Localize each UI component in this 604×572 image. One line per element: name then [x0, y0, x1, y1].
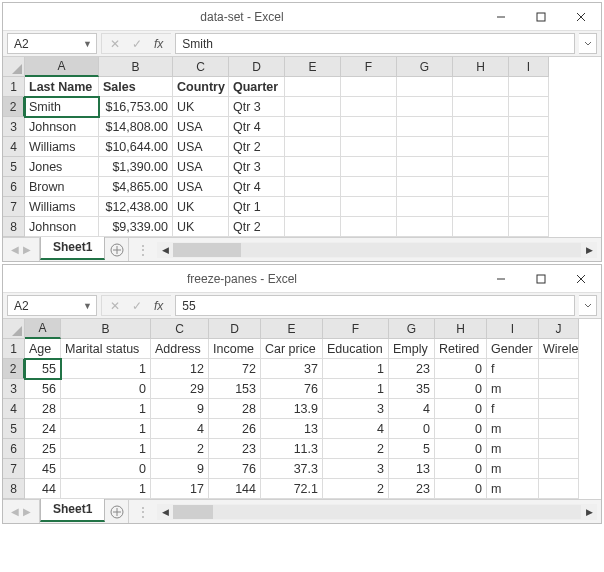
cell[interactable]: 37.3	[261, 459, 323, 479]
cell[interactable]	[397, 117, 453, 137]
cell[interactable]: 0	[435, 479, 487, 499]
minimize-button[interactable]	[481, 265, 521, 292]
cell[interactable]	[397, 137, 453, 157]
cell[interactable]: Gender	[487, 339, 539, 359]
cell[interactable]: Address	[151, 339, 209, 359]
cell[interactable]: UK	[173, 197, 229, 217]
tab-prev-icon[interactable]: ◀	[11, 244, 19, 255]
cell[interactable]: m	[487, 379, 539, 399]
cell[interactable]: 0	[435, 459, 487, 479]
cell[interactable]: 17	[151, 479, 209, 499]
cell[interactable]: 44	[25, 479, 61, 499]
cell[interactable]	[509, 137, 549, 157]
cell-selected[interactable]: 55	[25, 359, 61, 379]
cell[interactable]	[285, 77, 341, 97]
cell[interactable]	[285, 117, 341, 137]
cell[interactable]: 0	[389, 419, 435, 439]
scroll-thumb[interactable]	[173, 243, 241, 257]
cell[interactable]	[397, 217, 453, 237]
row-header[interactable]: 2	[3, 359, 25, 379]
cell[interactable]: 12	[151, 359, 209, 379]
cell[interactable]: Income	[209, 339, 261, 359]
cell[interactable]: 72.1	[261, 479, 323, 499]
cell[interactable]	[509, 217, 549, 237]
tab-next-icon[interactable]: ▶	[23, 244, 31, 255]
cell[interactable]: $4,865.00	[99, 177, 173, 197]
cell[interactable]: 9	[151, 399, 209, 419]
row-header[interactable]: 5	[3, 157, 25, 177]
row-header[interactable]: 2	[3, 97, 25, 117]
maximize-button[interactable]	[521, 265, 561, 292]
formula-expand-button[interactable]	[579, 33, 597, 54]
cell[interactable]	[397, 157, 453, 177]
cell[interactable]: USA	[173, 137, 229, 157]
cell[interactable]	[397, 197, 453, 217]
cell[interactable]	[341, 177, 397, 197]
cell[interactable]	[509, 97, 549, 117]
splitter-handle-icon[interactable]: ⋮	[129, 243, 157, 257]
cell[interactable]: Education	[323, 339, 389, 359]
cell[interactable]	[341, 97, 397, 117]
cell[interactable]: 0	[435, 399, 487, 419]
cell[interactable]: 76	[209, 459, 261, 479]
cell[interactable]: 35	[389, 379, 435, 399]
new-sheet-button[interactable]	[105, 500, 129, 523]
sheet-tab[interactable]: Sheet1	[40, 499, 105, 522]
col-header-f[interactable]: F	[341, 57, 397, 76]
fx-icon[interactable]: fx	[154, 37, 163, 51]
cell[interactable]	[539, 379, 579, 399]
cell[interactable]: 2	[323, 479, 389, 499]
cell[interactable]: 0	[61, 459, 151, 479]
cell[interactable]	[341, 117, 397, 137]
horizontal-scrollbar[interactable]: ◀ ▶	[157, 242, 597, 258]
cell[interactable]	[509, 197, 549, 217]
col-header-b[interactable]: B	[61, 319, 151, 338]
col-header-g[interactable]: G	[397, 57, 453, 76]
row-header[interactable]: 4	[3, 399, 25, 419]
cell[interactable]	[397, 77, 453, 97]
scroll-right-icon[interactable]: ▶	[581, 242, 597, 258]
row-header[interactable]: 6	[3, 439, 25, 459]
row-header[interactable]: 5	[3, 419, 25, 439]
col-header-c[interactable]: C	[151, 319, 209, 338]
cell[interactable]: 5	[389, 439, 435, 459]
cell[interactable]: 4	[389, 399, 435, 419]
enter-icon[interactable]: ✓	[132, 299, 142, 313]
cell[interactable]: 1	[61, 399, 151, 419]
row-header[interactable]: 1	[3, 339, 25, 359]
cell[interactable]: 25	[25, 439, 61, 459]
cell[interactable]: $1,390.00	[99, 157, 173, 177]
cell[interactable]: 29	[151, 379, 209, 399]
col-header-b[interactable]: B	[99, 57, 173, 76]
col-header-e[interactable]: E	[261, 319, 323, 338]
maximize-button[interactable]	[521, 3, 561, 30]
enter-icon[interactable]: ✓	[132, 37, 142, 51]
cell[interactable]: 23	[389, 479, 435, 499]
col-header-a[interactable]: A	[25, 57, 99, 77]
cell[interactable]	[285, 137, 341, 157]
col-header-h[interactable]: H	[435, 319, 487, 338]
cell[interactable]: Qtr 3	[229, 157, 285, 177]
cell[interactable]: 153	[209, 379, 261, 399]
col-header-d[interactable]: D	[209, 319, 261, 338]
horizontal-scrollbar[interactable]: ◀ ▶	[157, 504, 597, 520]
cell[interactable]	[539, 399, 579, 419]
select-all-button[interactable]	[3, 57, 25, 77]
cell[interactable]: Qtr 4	[229, 177, 285, 197]
cell[interactable]: UK	[173, 217, 229, 237]
row-header[interactable]: 1	[3, 77, 25, 97]
cell[interactable]	[453, 137, 509, 157]
cell[interactable]	[509, 117, 549, 137]
name-box[interactable]: A2 ▼	[7, 295, 97, 316]
cell[interactable]: 0	[435, 359, 487, 379]
cell[interactable]	[539, 419, 579, 439]
cell[interactable]	[453, 177, 509, 197]
sheet-tab[interactable]: Sheet1	[40, 237, 105, 260]
cell[interactable]: 144	[209, 479, 261, 499]
cell[interactable]	[539, 439, 579, 459]
cell[interactable]: Quarter	[229, 77, 285, 97]
cell[interactable]	[509, 77, 549, 97]
formula-input[interactable]: 55	[175, 295, 575, 316]
col-header-c[interactable]: C	[173, 57, 229, 76]
cell[interactable]	[453, 117, 509, 137]
